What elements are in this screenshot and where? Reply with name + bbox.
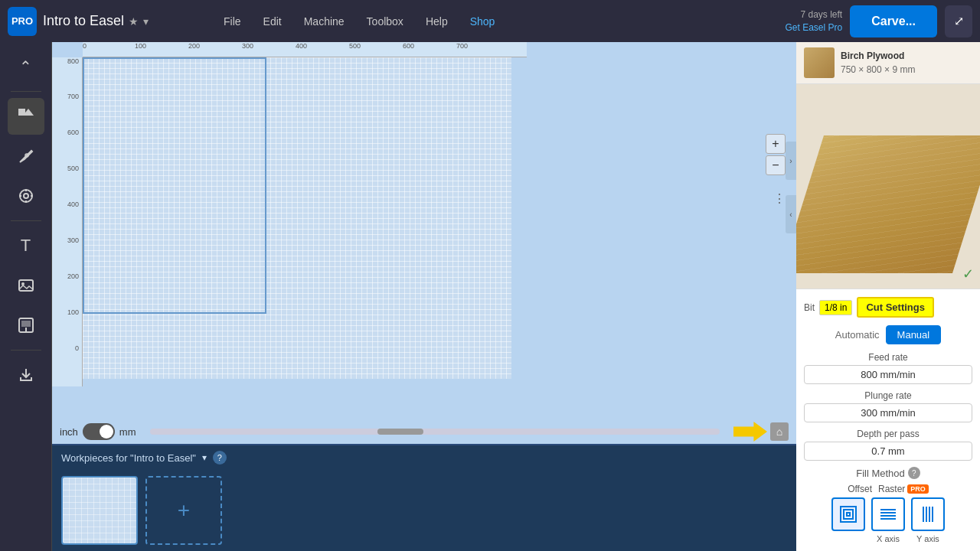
x-axis-label: X axis xyxy=(871,534,905,543)
svg-point-4 xyxy=(24,194,28,198)
fill-offset-button[interactable] xyxy=(831,497,865,531)
tool-separator-2 xyxy=(11,220,41,221)
logo-area: PRO Intro to Easel ★ ▾ xyxy=(8,7,207,36)
plunge-rate-input[interactable] xyxy=(804,403,972,422)
depth-per-pass-input[interactable] xyxy=(804,442,972,461)
nav-machine[interactable]: Machine xyxy=(295,11,354,32)
scrollbar-thumb xyxy=(377,429,423,435)
manual-button[interactable]: Manual xyxy=(886,325,942,344)
material-bar: Birch Plywood 750 × 800 × 9 mm xyxy=(796,42,980,84)
nav-toolbox[interactable]: Toolbox xyxy=(358,11,413,32)
zoom-in-button[interactable]: + xyxy=(766,134,786,154)
tool-box-import[interactable] xyxy=(8,307,44,344)
logo-text: PRO xyxy=(11,15,33,27)
tool-separator-1 xyxy=(11,91,41,92)
help-icon-text: ? xyxy=(217,453,222,462)
horizontal-scrollbar[interactable] xyxy=(150,429,720,435)
plunge-rate-row: Plunge rate xyxy=(804,390,972,422)
cut-settings-button[interactable]: Cut Settings xyxy=(857,297,934,318)
zoom-controls: + − xyxy=(766,134,786,175)
collapse-right-panel-button[interactable]: › xyxy=(786,142,796,180)
tool-shapes[interactable] xyxy=(8,98,44,135)
material-size: 750 × 800 × 9 mm xyxy=(841,63,915,77)
tool-pen[interactable] xyxy=(8,138,44,174)
3d-preview[interactable]: ✓ xyxy=(796,84,980,289)
nav-edit[interactable]: Edit xyxy=(254,11,291,32)
nav-shop[interactable]: Shop xyxy=(461,11,505,32)
fill-raster-y-button[interactable] xyxy=(911,497,945,531)
expand-button[interactable]: ⤢ xyxy=(945,5,972,37)
svg-point-3 xyxy=(20,190,32,202)
svg-rect-17 xyxy=(847,513,850,516)
project-title: Intro to Easel ★ ▾ xyxy=(43,13,149,29)
preview-check-mark: ✓ xyxy=(962,266,974,282)
unit-toggle-switch[interactable] xyxy=(83,423,115,440)
fill-method-section: Fill Method ? Offset Raster PRO xyxy=(804,467,972,543)
material-thumbnail xyxy=(804,47,835,78)
workpiece-item-1[interactable] xyxy=(61,476,138,545)
pro-badge: PRO xyxy=(907,484,929,494)
workpieces-header: Workpieces for "Intro to Easel" ▾ ? xyxy=(52,445,796,470)
right-panel: Birch Plywood 750 × 800 × 9 mm ✓ Bit 1/8… xyxy=(796,42,980,551)
wood-preview: ✓ xyxy=(796,84,980,289)
carve-button[interactable]: Carve... xyxy=(850,5,937,37)
raster-label: Raster PRO xyxy=(878,484,929,494)
workpiece-add-button[interactable]: + xyxy=(145,476,222,545)
fill-method-info-icon[interactable]: ? xyxy=(908,467,920,479)
cut-settings-header: Bit 1/8 in Cut Settings xyxy=(804,297,972,318)
home-button[interactable]: ⌂ xyxy=(770,422,789,441)
feed-rate-row: Feed rate xyxy=(804,352,972,384)
nav-file[interactable]: File xyxy=(214,11,250,32)
svg-rect-9 xyxy=(19,280,33,291)
canvas-wrapper: 0 100 200 300 400 500 600 700 800 700 60… xyxy=(52,42,796,551)
material-name[interactable]: Birch Plywood xyxy=(841,49,915,63)
y-axis-label: Y axis xyxy=(911,534,945,543)
auto-manual-row: Automatic Manual xyxy=(804,325,972,344)
project-dropdown-icon[interactable]: ▾ xyxy=(143,15,149,28)
left-toolbar: ⌃ T xyxy=(0,42,52,551)
collapse-left-panel-button[interactable]: ‹ xyxy=(786,195,796,233)
tool-target[interactable] xyxy=(8,178,44,214)
zoom-out-button[interactable]: − xyxy=(766,155,786,175)
tool-image[interactable] xyxy=(8,267,44,304)
fill-options-row: Offset Raster PRO xyxy=(804,484,972,494)
automatic-label: Automatic xyxy=(835,329,880,341)
material-info: Birch Plywood 750 × 800 × 9 mm xyxy=(841,49,915,77)
main-layout: ⌃ T xyxy=(0,42,980,551)
fill-method-header: Fill Method ? xyxy=(804,467,972,479)
topbar: PRO Intro to Easel ★ ▾ File Edit Machine… xyxy=(0,0,980,42)
canvas-bottom-bar: inch mm ⌂ xyxy=(52,419,796,444)
workpiece-rect[interactable] xyxy=(83,57,266,314)
workpieces-label: Workpieces for "Intro to Easel" xyxy=(61,452,196,464)
get-pro-link[interactable]: Get Easel Pro xyxy=(785,21,842,34)
plunge-rate-label: Plunge rate xyxy=(804,390,972,401)
canvas-area[interactable]: 0 100 200 300 400 500 600 700 800 700 60… xyxy=(52,42,796,419)
depth-per-pass-label: Depth per pass xyxy=(804,429,972,439)
unit-toggle: inch mm xyxy=(60,423,136,440)
project-title-text: Intro to Easel xyxy=(43,13,124,29)
topbar-right: 7 days left Get Easel Pro Carve... ⤢ xyxy=(785,5,972,37)
fill-raster-x-button[interactable] xyxy=(871,497,905,531)
wood-shape xyxy=(796,128,980,281)
arrow-home-area: ⌂ xyxy=(733,422,789,442)
feed-rate-input[interactable] xyxy=(804,365,972,384)
trial-info: 7 days left Get Easel Pro xyxy=(785,8,842,34)
tool-text[interactable]: T xyxy=(8,227,44,264)
nav-help[interactable]: Help xyxy=(416,11,457,32)
inch-label: inch xyxy=(60,426,78,438)
workpieces-help-icon[interactable]: ? xyxy=(213,451,227,465)
workpieces-dropdown-arrow[interactable]: ▾ xyxy=(202,452,207,463)
feed-rate-label: Feed rate xyxy=(804,352,972,363)
ruler-horizontal: 0 100 200 300 400 500 600 700 xyxy=(83,42,527,57)
yellow-arrow-icon xyxy=(733,422,767,442)
star-icon[interactable]: ★ xyxy=(129,15,139,28)
nav-menu: File Edit Machine Toolbox Help Shop xyxy=(214,11,777,32)
svg-rect-12 xyxy=(21,321,31,327)
bit-value[interactable]: 1/8 in xyxy=(819,300,852,315)
tool-separator-3 xyxy=(11,350,41,350)
tool-export[interactable] xyxy=(8,357,44,393)
workpieces-panel: Workpieces for "Intro to Easel" ▾ ? + xyxy=(52,444,796,551)
tool-collapse[interactable]: ⌃ xyxy=(8,48,44,85)
depth-per-pass-row: Depth per pass xyxy=(804,429,972,461)
canvas-options-button[interactable]: ⋮ xyxy=(773,191,786,206)
